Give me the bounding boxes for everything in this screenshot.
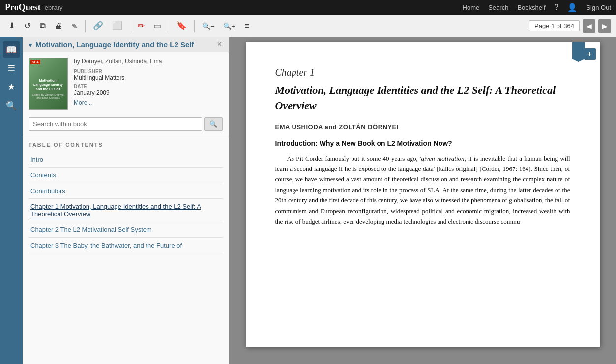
toc-item-chapter2[interactable]: Chapter 2 The L2 Motivational Self Syste… xyxy=(29,222,223,238)
link-button[interactable]: 🔗 xyxy=(89,18,107,33)
zoom-out-button[interactable]: 🔍− xyxy=(199,20,218,32)
highlight-button[interactable]: ✎ xyxy=(68,20,81,32)
panel-scroll-area[interactable]: SLA Motivation,Language Identityand the … xyxy=(23,52,229,364)
copy-button[interactable]: ⧉ xyxy=(36,19,49,33)
book-cover-image: SLA Motivation,Language Identityand the … xyxy=(29,58,67,109)
bookshelf-link[interactable]: Bookshelf xyxy=(517,4,545,11)
toc-item-chapter1[interactable]: Chapter 1 Motivation, Language Identitie… xyxy=(29,199,223,222)
section-heading: Introduction: Why a New Book on L2 Motiv… xyxy=(275,140,570,147)
proquest-logo: ProQuest xyxy=(5,2,41,13)
annotate-button[interactable]: ✏ xyxy=(134,18,148,33)
book-panel: ▼ Motivation, Language Identity and the … xyxy=(23,37,229,364)
body-text: As Pit Corder famously put it some 40 ye… xyxy=(275,153,570,227)
search-box-container: 🔍 xyxy=(29,117,223,131)
sidebar-book-icon[interactable]: 📖 xyxy=(3,41,20,58)
top-navigation: ProQuest ebrary Home Search Bookshelf ? … xyxy=(0,0,616,15)
book-author: by Dornyei, Zoltan, Ushioda, Ema xyxy=(74,58,223,65)
panel-header: ▼ Motivation, Language Identity and the … xyxy=(23,37,229,52)
cover-author-text: Edited by Zoltan Dörnyei and Ema Ushioda xyxy=(31,93,65,99)
cover-title-text: Motivation,Language Identityand the L2 S… xyxy=(33,78,63,91)
signout-link[interactable]: Sign Out xyxy=(586,4,611,11)
search-submit-button[interactable]: 🔍 xyxy=(204,117,223,131)
add-bookmark-button[interactable]: + xyxy=(584,48,596,60)
toc-item-intro[interactable]: Intro xyxy=(29,152,223,168)
left-sidebar: 📖 ☰ ★ 🔍 xyxy=(0,37,23,364)
date-value: January 2009 xyxy=(74,89,223,96)
pdf-page: + Chapter 1 Motivation, Language Identit… xyxy=(246,42,600,347)
page-current: Page 1 xyxy=(534,22,555,29)
publisher-label: PUBLISHER xyxy=(74,69,223,74)
zoom-in-button[interactable]: 🔍+ xyxy=(220,20,239,32)
panel-book-title: Motivation, Language Identity and the L2… xyxy=(35,40,215,49)
content-area: + Chapter 1 Motivation, Language Identit… xyxy=(229,37,616,364)
search-within-book: 🔍 xyxy=(23,113,229,137)
collapse-triangle[interactable]: ▼ xyxy=(28,42,33,49)
rotate-button[interactable]: ↺ xyxy=(21,18,34,33)
toc-title: TABLE OF CONTENTS xyxy=(29,142,223,148)
separator-4 xyxy=(194,20,195,32)
toc-item-chapter3[interactable]: Chapter 3 The Baby, the Bathwater, and t… xyxy=(29,238,223,253)
date-label: DATE xyxy=(74,84,223,89)
fullscreen-button[interactable]: ▭ xyxy=(150,18,165,33)
sidebar-toc-icon[interactable]: ☰ xyxy=(3,60,20,77)
chapter-authors: EMA USHIODA and ZOLTÁN DÖRNYEI xyxy=(275,123,570,131)
publisher-value: Multilingual Matters xyxy=(74,74,223,81)
panel-close-button[interactable]: × xyxy=(215,40,224,48)
sidebar-search-icon[interactable]: 🔍 xyxy=(3,97,20,114)
more-link[interactable]: More... xyxy=(74,99,92,106)
separator-1 xyxy=(85,20,86,32)
presentation-button[interactable]: ⬜ xyxy=(109,18,126,33)
table-of-contents: TABLE OF CONTENTS Intro Contents Contrib… xyxy=(23,137,229,255)
prev-page-button[interactable]: ◀ xyxy=(583,19,595,33)
logo-area: ProQuest ebrary xyxy=(5,2,63,13)
search-link[interactable]: Search xyxy=(488,4,508,11)
book-cover: SLA Motivation,Language Identityand the … xyxy=(29,58,68,110)
book-metadata: by Dornyei, Zoltan, Ushioda, Ema PUBLISH… xyxy=(74,58,223,110)
print-button[interactable]: 🖨 xyxy=(51,19,66,33)
download-button[interactable]: ⬇ xyxy=(5,18,19,33)
sidebar-bookmark-icon[interactable]: ★ xyxy=(3,79,20,95)
view-toggle-button[interactable]: ≡ xyxy=(241,19,253,33)
toolbar: ⬇ ↺ ⧉ 🖨 ✎ 🔗 ⬜ ✏ ▭ 🔖 🔍− 🔍+ ≡ Page 1 of 36… xyxy=(0,15,616,37)
page-bookmark-decoration xyxy=(572,42,585,62)
main-layout: 📖 ☰ ★ 🔍 ▼ Motivation, Language Identity … xyxy=(0,37,616,364)
page-navigation: Page 1 of 364 ◀ ▶ xyxy=(529,19,611,33)
next-page-button[interactable]: ▶ xyxy=(598,19,611,33)
toc-item-contributors[interactable]: Contributors xyxy=(29,183,223,199)
nav-links: Home Search Bookshelf ? 👤 Sign Out xyxy=(463,3,611,12)
search-input[interactable] xyxy=(29,117,202,131)
home-link[interactable]: Home xyxy=(463,4,480,11)
toc-item-contents[interactable]: Contents xyxy=(29,168,223,183)
cover-badge: SLA xyxy=(30,60,40,64)
book-info-section: SLA Motivation,Language Identityand the … xyxy=(23,52,229,113)
user-icon[interactable]: 👤 xyxy=(567,3,577,12)
ebrary-label: ebrary xyxy=(45,4,63,11)
separator-2 xyxy=(130,20,130,32)
chapter-label: Chapter 1 xyxy=(275,67,570,78)
page-total: of 364 xyxy=(557,22,574,29)
help-icon[interactable]: ? xyxy=(555,3,559,12)
bookmark-button[interactable]: 🔖 xyxy=(173,18,190,33)
chapter-title: Motivation, Language Identities and the … xyxy=(275,83,570,113)
page-indicator: Page 1 of 364 xyxy=(529,20,580,31)
separator-3 xyxy=(169,20,169,32)
